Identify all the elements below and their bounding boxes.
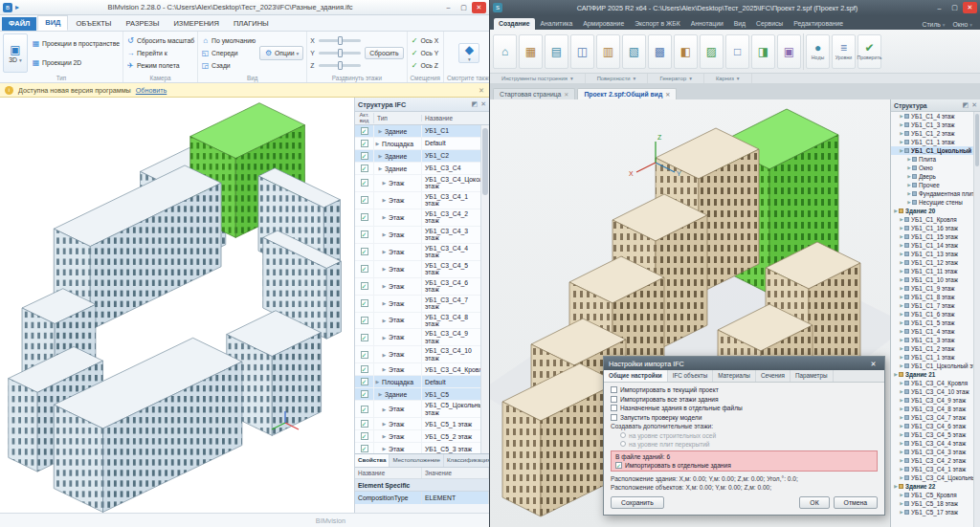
expander-icon[interactable]: ▶ [381,433,388,439]
tree-row[interactable]: ▶ Здание 20 [891,207,973,215]
visibility-checkbox[interactable]: ✓ [361,365,368,373]
ribbon-tab[interactable]: Экспорт в ЖБК [630,18,685,30]
ribbon-tab[interactable]: Армирование [578,18,629,30]
checkbox-icon[interactable] [611,405,617,411]
expander-icon[interactable]: ▶ [377,153,384,159]
tree-row[interactable]: ✓ ▶ Здание УБ1_С2 [355,150,480,163]
dialog-tab[interactable]: Параметры [791,370,834,382]
menu-tab[interactable]: РАЗРЕЗЫ [120,17,167,31]
dialog-titlebar[interactable]: Настройки импорта IFC ✕ [604,357,884,370]
check-button[interactable]: ✔ Проверить [858,34,881,69]
beam-icon[interactable]: ▩ [648,34,672,69]
tree-row[interactable]: ▶ УБ1_С3_С4_9 этаж [891,396,973,405]
expander-icon[interactable]: ▶ [377,128,384,134]
close-panel-icon[interactable]: ✕ [971,101,977,109]
visibility-checkbox[interactable]: ✓ [361,406,368,413]
expander-icon[interactable]: ▶ [381,300,388,306]
panel-scrollbar[interactable] [973,112,980,527]
axis-checkbox[interactable]: ✓ Ось Y [411,49,439,57]
column-icon[interactable]: ▧ [622,34,646,69]
tree-row[interactable]: ✓ ▶ Этаж УБ1_С5_1 этаж [355,418,480,430]
tree-row[interactable]: ▶ УБ1_С3_С4_5 этаж [891,430,973,439]
pin-icon[interactable]: ◩ [472,100,479,108]
close-button[interactable]: ✕ [472,2,486,13]
document-tab[interactable]: Проект 2.spf:Общий вид ✕ [577,88,677,99]
properties-tab[interactable]: Свойства [355,454,390,467]
opening-icon[interactable]: □ [725,34,749,69]
expander-icon[interactable]: ▶ [381,180,388,186]
expander-icon[interactable]: ▶ [381,197,388,203]
separate-buildings-checkbox-row[interactable]: ✓ Импортировать в отдельные здания [615,462,873,469]
wall-icon[interactable]: ▤ [545,34,568,69]
ribbon-tab[interactable]: Аннотации [686,18,728,30]
visibility-checkbox[interactable]: ✓ [361,378,368,385]
mesh-icon[interactable]: ▣ [777,34,801,69]
update-link[interactable]: Обновить [136,86,167,95]
tree-row[interactable]: ▶ УБ1_С1_4 этаж [891,327,973,336]
visibility-checkbox[interactable]: ✓ [361,152,368,160]
tree-row[interactable]: ▶ УБ1_С1_Цокольный этаж [891,362,973,370]
tree-row[interactable]: ▶ УБ1_С5_17 этаж [891,508,973,516]
tree-row[interactable]: ▶ УБ1_С1_Цокольный этаж [891,146,973,155]
door-icon[interactable]: ▥ [596,34,620,69]
save-button[interactable]: Сохранить [611,496,664,509]
visibility-checkbox[interactable]: ✓ [361,299,368,307]
expander-icon[interactable]: ▶ [381,318,388,323]
ribbon-tab[interactable]: Сервисы [751,18,788,30]
tree-row[interactable]: ✓ ▶ Этаж УБ1_С3_С4_Кровля [355,363,480,376]
tree-row[interactable]: ▶ УБ1_С3_С4_6 этаж [891,422,973,430]
checkbox-icon[interactable] [611,414,617,421]
tree-row[interactable]: ▶ УБ1_С3_С4_4 этаж [891,439,973,448]
checkbox-icon[interactable] [611,396,617,403]
tree-row[interactable]: ▶ Фундаментная плита [891,189,973,198]
slider-thumb[interactable] [338,36,343,45]
tree-row[interactable]: ▶ УБ1_С5_18 этаж [891,499,973,508]
expander-icon[interactable]: ▶ [381,231,388,237]
checkbox-icon[interactable] [611,386,617,393]
tree-row[interactable]: ▶ УБ1_С1_3 этаж [891,121,973,129]
tree-row[interactable]: ▶ Окно [891,164,973,172]
cancel-button[interactable]: Отмена [834,496,878,509]
tree-row[interactable]: ▶ УБ1_С1_10 этаж [891,275,973,284]
tree-row[interactable]: ✓ ▶ Этаж УБ1_С3_С4_Цокольный этаж [355,175,480,192]
tree-row[interactable]: ▶ УБ1_С1_8 этаж [891,293,973,301]
ribbon-tab[interactable]: Редактирование [789,18,848,30]
visibility-checkbox[interactable]: ✓ [361,196,368,204]
tree-row[interactable]: ✓ ▶ Этаж УБ1_С3_С4_10 этаж [355,346,480,363]
visibility-checkbox[interactable]: ✓ [361,445,368,452]
dialog-tab[interactable]: Общие настройки [604,370,668,382]
expander-icon[interactable]: ▶ [381,249,388,254]
expander-icon[interactable]: ▶ [381,446,388,451]
ribbon-group-caption[interactable]: Поверхности▾ [586,74,649,83]
slider-track[interactable] [319,39,361,42]
menu-tab[interactable]: ОБЪЕКТЫ [69,17,118,31]
tree-row[interactable]: ✓ ▶ Этаж УБ1_С3_С4_7 этаж [355,296,480,313]
maximize-button[interactable]: ▢ [457,2,471,13]
slab-icon[interactable]: ▦ [519,34,543,69]
levels-button[interactable]: ≡ Уровни [832,34,856,69]
slider-track[interactable] [319,64,361,67]
tree-scrollbar[interactable] [480,125,489,453]
open-file-icon[interactable]: ▸ [15,3,19,11]
tree-row[interactable]: ▶ УБ1_С1_2 этаж [891,129,973,138]
tree-row[interactable]: ▶ УБ1_С3_С4_3 этаж [891,448,973,456]
tree-row[interactable]: ▶ УБ1_С1_13 этаж [891,250,973,258]
properties-tab[interactable]: Классификация [444,454,494,467]
menu-tab[interactable]: ИЗМЕРЕНИЯ [167,17,225,31]
dialog-checkbox-row[interactable]: Запустить проверку модели [611,414,878,421]
expander-icon[interactable]: ▶ [381,214,388,220]
expander-icon[interactable]: ▶ [381,335,388,340]
close-button[interactable]: ✕ [963,2,977,13]
view-preset[interactable]: ◲ Сзади [201,61,256,70]
visibility-checkbox[interactable]: ✓ [361,317,368,324]
tree-row[interactable]: ▶ УБ1_С3_С4_1 этаж [891,465,973,473]
nodes-button[interactable]: ● Ноды [806,34,830,69]
tree-row[interactable]: ✓ ▶ Этаж УБ1_С3_С4_6 этаж [355,278,480,296]
menu-tab[interactable]: ВИД [37,15,68,31]
visibility-checkbox[interactable]: ✓ [361,282,368,290]
ribbon-tab[interactable]: Создание [494,18,535,30]
ok-button[interactable]: ОК [799,496,829,509]
dialog-radio-row[interactable]: на уровне строительных осей [611,432,878,439]
expander-icon[interactable]: ▶ [381,283,388,289]
menu-tab[interactable]: ФАЙЛ [2,17,36,31]
